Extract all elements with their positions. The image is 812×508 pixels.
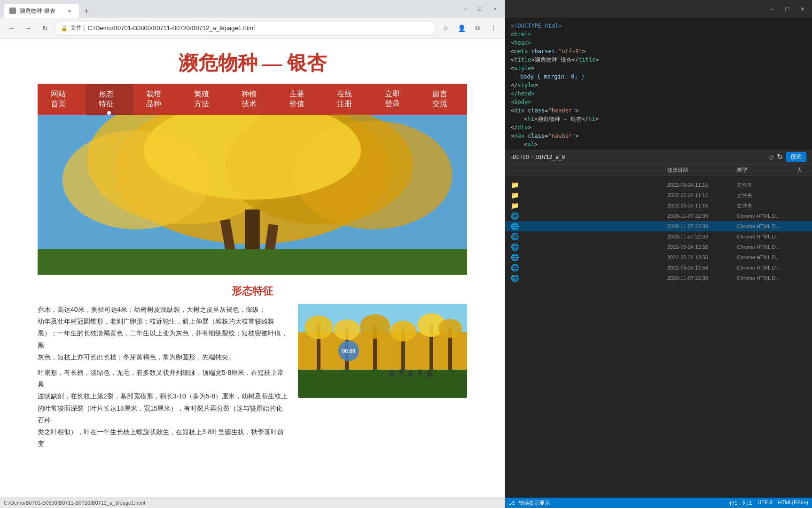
file-date: 2022-08-24 12:58: [667, 265, 733, 270]
video-timer: 00:08: [338, 341, 359, 361]
nav-item-propagation[interactable]: 繁殖方法: [181, 84, 229, 115]
file-row[interactable]: 📁 2022-08-24 11:16 文件夹: [505, 190, 812, 200]
maximize-button[interactable]: □: [475, 3, 486, 15]
browser-titlebar: 濒危物种-银杏 ✕ + − □ ×: [0, 0, 505, 18]
file-date: 2022-08-24 11:16: [667, 192, 733, 198]
content-image-background: [298, 304, 467, 398]
vscode-close[interactable]: ×: [797, 3, 808, 15]
preview-button[interactable]: 预览: [786, 152, 806, 162]
file-col-type: 类型: [737, 167, 793, 174]
file-type: Chrome HTML D...: [737, 265, 793, 270]
hero-image-background: [38, 115, 467, 275]
navigation-bar: 网站首页 形态特征 栽培品种 繁殖方法 种植技术 主要价值 在线注册 立即登录 …: [38, 84, 467, 115]
extensions-button[interactable]: ⧉: [470, 21, 485, 36]
file-row[interactable]: 🌐 2022-08-24 12:58 Chrome HTML D...: [505, 242, 812, 252]
svg-point-27: [399, 369, 403, 375]
svg-point-29: [418, 369, 422, 376]
nav-item-cultivar[interactable]: 栽培品种: [133, 84, 181, 115]
file-row[interactable]: 🌐 2022-08-24 12:58 Chrome HTML D...: [505, 252, 812, 262]
file-type: 文件夹: [737, 202, 793, 209]
file-row[interactable]: 🌐 2020-11-07 22:39 Chrome HTML D...: [505, 231, 812, 242]
file-search-icon[interactable]: ⌕: [769, 153, 774, 161]
svg-point-20: [334, 319, 360, 340]
vscode-status-left: 错误提示显示: [519, 500, 550, 507]
nav-item-home[interactable]: 网站首页: [38, 84, 86, 115]
code-line: <ul>: [511, 140, 806, 149]
file-type: Chrome HTML D...: [737, 234, 793, 239]
tab-close-button[interactable]: ✕: [66, 7, 73, 15]
address-bar[interactable]: 🔒 文件 | C:/Demo/B0701-B0800/B0711-B0720/B…: [55, 21, 436, 36]
vscode-branch-icon: ⎇: [509, 500, 515, 506]
code-line: <div class="header">: [511, 106, 806, 115]
file-date: 2022-08-24 12:58: [667, 254, 733, 260]
file-type: 文件夹: [737, 192, 793, 199]
svg-point-28: [408, 370, 413, 377]
active-tab[interactable]: 濒危物种-银杏 ✕: [4, 4, 79, 18]
file-row[interactable]: 🌐 2022-08-24 12:58 Chrome HTML D...: [505, 262, 812, 273]
content-text: 乔木，高达40米，胸径可达4米；幼树树皮浅纵裂，大树之皮呈灰褐色，深纵； 幼年及…: [38, 304, 289, 450]
browser-window: 濒危物种-银杏 ✕ + − □ × ← → ↻ 🔒 文件 | C:/Demo/B…: [0, 0, 505, 508]
file-row[interactable]: 🌐 2020-11-07 22:39 Chrome HTML D...: [505, 273, 812, 283]
close-button[interactable]: ×: [490, 3, 501, 15]
file-date: 2020-11-07 22:39: [667, 213, 733, 219]
folder-icon: 📁: [511, 181, 519, 189]
nav-item-login[interactable]: 立即登录: [372, 84, 420, 115]
nav-item-register[interactable]: 在线注册: [324, 84, 372, 115]
profile-button[interactable]: 👤: [454, 21, 469, 36]
new-tab-button[interactable]: +: [80, 5, 93, 18]
file-breadcrumb: -B0720 > B0712_a_9 ⌕ ↻ 预览: [505, 150, 812, 165]
file-refresh-icon[interactable]: ↻: [777, 152, 783, 161]
breadcrumb-parent: -B0720: [511, 154, 529, 160]
file-col-size: 大: [797, 167, 806, 174]
code-line: <title>濒危物种-银杏</title>: [511, 56, 806, 64]
file-type: Chrome HTML D...: [737, 223, 793, 229]
nav-item-planting[interactable]: 种植技术: [228, 84, 276, 115]
html-file-icon: 🌐: [511, 222, 519, 230]
code-editor: <!DOCTYPE html> <html> <head> <meta char…: [505, 18, 812, 150]
file-row[interactable]: 📁 2022-08-24 11:16 文件夹: [505, 200, 812, 211]
vscode-line-col: 行1，列:1: [729, 500, 752, 507]
file-row[interactable]: 📁 2022-08-24 11:16 文件夹: [505, 180, 812, 190]
file-date: 2022-08-24 11:16: [667, 182, 733, 188]
address-lock-icon: 🔒: [61, 25, 68, 32]
html-file-icon: 🌐: [511, 233, 519, 240]
toolbar-actions: ☆ 👤 ⧉ ⋮: [438, 21, 501, 36]
nav-item-message[interactable]: 留言交流: [419, 84, 467, 115]
html-file-icon: 🌐: [511, 274, 519, 282]
forward-button[interactable]: →: [21, 21, 36, 36]
file-col-name: [511, 167, 664, 174]
bookmark-button[interactable]: ☆: [438, 21, 453, 36]
vscode-status-right: 行1，列:1 UTF-8 HTML(ES6+): [729, 500, 808, 507]
back-button[interactable]: ←: [4, 21, 19, 36]
file-type: 文件夹: [737, 182, 793, 189]
content-area: 乔木，高达40米，胸径可达4米；幼树树皮浅纵裂，大树之皮呈灰褐色，深纵； 幼年及…: [38, 304, 467, 459]
file-type: Chrome HTML D...: [737, 213, 793, 219]
file-row[interactable]: 🌐 2020-11-07 22:39 Chrome HTML D...: [505, 211, 812, 221]
vscode-minimize[interactable]: −: [766, 3, 778, 15]
refresh-button[interactable]: ↻: [38, 21, 53, 36]
code-line: <h1>濒危物种 — 银杏</h1>: [511, 115, 806, 123]
code-line: <nav class="navbar">: [511, 132, 806, 140]
html-file-icon: 🌐: [511, 264, 519, 271]
vscode-panel: − □ × <!DOCTYPE html> <html> <head> <met…: [505, 0, 812, 508]
file-type: Chrome HTML D...: [737, 275, 793, 281]
menu-button[interactable]: ⋮: [486, 21, 501, 36]
vscode-status-bar: ⎇ 错误提示显示 行1，列:1 UTF-8 HTML(ES6+): [505, 498, 812, 508]
file-row-selected[interactable]: 🌐 2020-11-07 22:39 Chrome HTML D...: [505, 221, 812, 231]
nav-item-morphology[interactable]: 形态特征: [86, 84, 133, 115]
breadcrumb-separator: >: [531, 154, 534, 160]
nav-item-value[interactable]: 主要价值: [276, 84, 324, 115]
breadcrumb-current: B0712_a_9: [536, 154, 565, 160]
vscode-maximize[interactable]: □: [781, 3, 793, 15]
tab-favicon: [9, 8, 16, 14]
svg-point-26: [390, 370, 394, 377]
code-lines: <!DOCTYPE html> <html> <head> <meta char…: [505, 18, 812, 150]
address-url: C:/Demo/B0701-B0800/B0711-B0720/B0712_a_…: [87, 24, 255, 32]
content-paragraph-1: 乔木，高达40米，胸径可达4米；幼树树皮浅纵裂，大树之皮呈灰褐色，深纵； 幼年及…: [38, 304, 289, 363]
file-date: 2022-08-24 11:16: [667, 203, 733, 208]
code-line: </head>: [511, 89, 806, 98]
minimize-button[interactable]: −: [460, 3, 471, 15]
file-type: Chrome HTML D...: [737, 244, 793, 250]
code-line: <html>: [511, 30, 806, 39]
file-date: 2020-11-07 22:39: [667, 234, 733, 239]
